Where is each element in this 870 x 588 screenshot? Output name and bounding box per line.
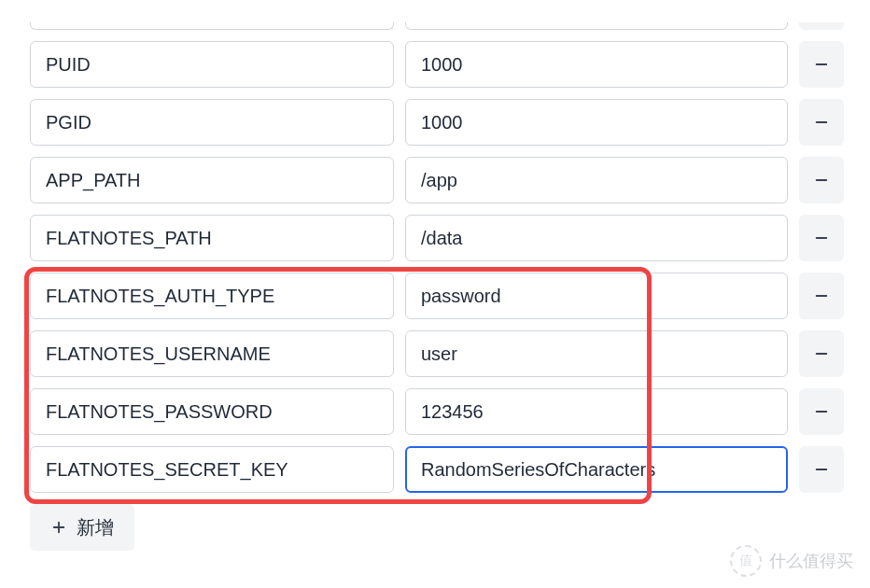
env-key-input[interactable]: PUID (30, 41, 394, 88)
minus-icon (813, 114, 830, 131)
env-value-input[interactable]: 123456 (405, 388, 788, 435)
minus-icon (813, 56, 830, 73)
env-key-input[interactable]: APP_PATH (30, 157, 394, 203)
remove-button[interactable] (799, 330, 844, 377)
remove-button[interactable] (799, 446, 844, 493)
env-key-input[interactable]: FLATNOTES_PASSWORD (30, 388, 394, 435)
minus-icon (813, 403, 830, 420)
env-var-row: FLATNOTES_SECRET_KEY RandomSeriesOfChara… (30, 446, 840, 493)
env-value-input[interactable] (405, 22, 788, 30)
env-var-row: PGID 1000 (30, 99, 840, 146)
env-var-row: FLATNOTES_AUTH_TYPE password (30, 273, 840, 319)
env-value-input[interactable]: RandomSeriesOfCharacters (405, 446, 788, 493)
env-key-input[interactable]: FLATNOTES_AUTH_TYPE (30, 273, 394, 319)
env-var-row: APP_PATH /app (30, 157, 840, 203)
remove-button[interactable] (799, 157, 844, 203)
watermark: 值 什么值得买 (730, 545, 853, 573)
add-button[interactable]: 新增 (30, 504, 134, 551)
remove-button[interactable] (799, 22, 844, 30)
env-var-row (30, 22, 840, 30)
env-value-input[interactable]: password (405, 273, 788, 319)
env-var-row: FLATNOTES_USERNAME user (30, 330, 840, 377)
env-key-input[interactable]: FLATNOTES_USERNAME (30, 330, 394, 377)
remove-button[interactable] (799, 215, 844, 261)
env-value-input[interactable]: /app (405, 157, 788, 203)
remove-button[interactable] (799, 273, 844, 319)
env-key-input[interactable]: FLATNOTES_PATH (30, 215, 394, 261)
env-key-input[interactable] (30, 22, 394, 30)
remove-button[interactable] (799, 99, 844, 146)
env-var-row: FLATNOTES_PATH /data (30, 215, 840, 261)
minus-icon (813, 345, 830, 362)
env-value-input[interactable]: 1000 (405, 99, 788, 146)
add-button-label: 新增 (77, 515, 114, 540)
minus-icon (813, 230, 830, 246)
remove-button[interactable] (799, 388, 844, 435)
env-var-list: PUID 1000 PGID 1000 APP_PATH /app FLATNO… (30, 22, 840, 493)
minus-icon (813, 461, 830, 478)
env-key-input[interactable]: FLATNOTES_SECRET_KEY (30, 446, 394, 493)
watermark-text: 什么值得买 (769, 550, 853, 572)
minus-icon (813, 287, 830, 304)
plus-icon (50, 519, 67, 536)
env-var-row: FLATNOTES_PASSWORD 123456 (30, 388, 840, 435)
env-var-row: PUID 1000 (30, 41, 840, 88)
env-value-input[interactable]: user (405, 330, 788, 377)
remove-button[interactable] (799, 41, 844, 88)
minus-icon (813, 172, 830, 189)
env-value-input[interactable]: /data (405, 215, 788, 261)
env-key-input[interactable]: PGID (30, 99, 394, 146)
watermark-badge: 值 (730, 545, 762, 573)
env-value-input[interactable]: 1000 (405, 41, 788, 88)
